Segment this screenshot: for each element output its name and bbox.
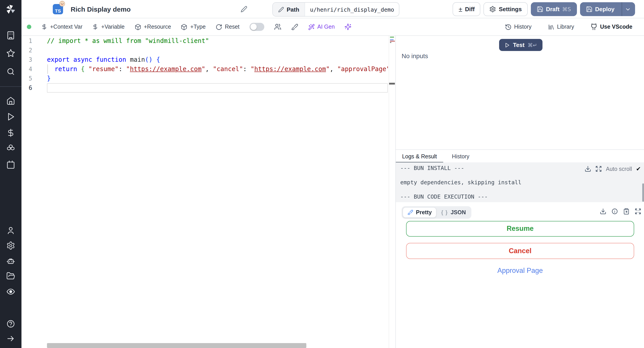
- use-vscode-button[interactable]: Use VScode: [590, 23, 632, 30]
- log-panel: --- BUN INSTALL ---empty dependencies, s…: [396, 162, 644, 202]
- line-number: 6: [22, 83, 32, 92]
- runs-icon[interactable]: [6, 112, 15, 121]
- multiplayer-toggle[interactable]: [249, 23, 264, 31]
- search-icon[interactable]: [6, 67, 15, 76]
- log-line: empty dependencies, skipping install: [400, 179, 644, 186]
- pretty-toggle[interactable]: Pretty: [402, 207, 437, 218]
- gear-icon: [490, 6, 496, 12]
- ai-gen-button[interactable]: AI Gen: [308, 24, 335, 30]
- info-icon[interactable]: [611, 208, 618, 214]
- result-panel: Pretty { } JSON Resume Cancel Approval P…: [396, 202, 644, 348]
- code-line: export async function main() {: [47, 55, 388, 64]
- minimap-mark: [390, 42, 391, 43]
- log-line: [400, 186, 644, 193]
- draft-button[interactable]: Draft ⌘S: [531, 2, 577, 16]
- deploy-button[interactable]: Deploy: [580, 2, 635, 16]
- page-title: Rich Display demo: [71, 0, 130, 18]
- line-number: 3: [22, 55, 32, 64]
- log-line: [400, 172, 644, 179]
- download-result-icon[interactable]: [600, 208, 606, 214]
- format-brush-icon[interactable]: [291, 23, 298, 30]
- workers-icon[interactable]: [6, 257, 15, 266]
- baby-emoji: [59, 0, 65, 7]
- approval-page-link[interactable]: Approval Page: [396, 266, 644, 274]
- code-line: // import * as wmill from "windmill-clie…: [47, 36, 388, 46]
- user-icon[interactable]: [6, 226, 15, 235]
- multiplayer-users-icon[interactable]: [274, 23, 281, 30]
- editor-hscrollbar[interactable]: [47, 343, 306, 348]
- download-logs-icon[interactable]: [584, 166, 591, 172]
- line-number: 5: [22, 74, 32, 83]
- diff-button[interactable]: ± Diff: [453, 2, 480, 16]
- minimap-mark: [390, 41, 395, 42]
- code-line: return { "resume": "https://example.com"…: [47, 64, 388, 74]
- brush-icon: [408, 209, 413, 215]
- expand-logs-icon[interactable]: [595, 166, 602, 172]
- library-button[interactable]: Library: [548, 24, 574, 30]
- add-context-var-button[interactable]: +Context Var: [41, 24, 82, 30]
- settings-icon[interactable]: [6, 241, 15, 250]
- sidebar: [0, 0, 22, 348]
- editor-minimap[interactable]: [389, 36, 395, 348]
- indent-guide: [47, 64, 48, 74]
- tab-history[interactable]: History: [443, 150, 478, 163]
- json-toggle[interactable]: { } JSON: [437, 207, 470, 218]
- editor-gutter: 123456: [22, 36, 47, 92]
- code-editor[interactable]: 123456 // import * as wmill from "windmi…: [22, 36, 395, 348]
- expand-result-icon[interactable]: [634, 208, 641, 214]
- play-icon: [504, 42, 510, 48]
- test-shortcut: ⌘↵: [528, 42, 537, 48]
- history-button[interactable]: History: [505, 24, 532, 30]
- result-view-toggle: Pretty { } JSON: [402, 206, 471, 218]
- save-icon: [586, 6, 592, 12]
- resources-icon[interactable]: [6, 144, 15, 153]
- draft-shortcut: ⌘S: [562, 6, 571, 12]
- editor-toolbar: +Context Var +Variable +Resource +Type R…: [22, 18, 644, 36]
- reset-button[interactable]: Reset: [216, 24, 240, 30]
- auto-scroll-label[interactable]: Auto scroll: [606, 166, 632, 172]
- minimap-mark: [390, 39, 394, 40]
- path-value: u/henri/rich_display_demo: [305, 3, 399, 16]
- log-line: --- BUN CODE EXECUTION ---: [400, 193, 644, 200]
- settings-button[interactable]: Settings: [484, 2, 528, 16]
- chevron-down-icon[interactable]: [625, 6, 631, 12]
- line-number: 1: [22, 36, 32, 46]
- language-status-dot: [27, 24, 31, 29]
- workspace-icon[interactable]: [6, 31, 15, 40]
- copy-result-icon[interactable]: [623, 208, 630, 214]
- resume-button[interactable]: Resume: [406, 221, 634, 236]
- line-number: 4: [22, 64, 32, 74]
- header: TS Rich Display demo Path u/henri/rich_d…: [22, 0, 644, 18]
- rename-pencil-icon[interactable]: [240, 6, 247, 12]
- add-variable-button[interactable]: +Variable: [92, 24, 124, 30]
- minimap-cursor-mark: [389, 83, 395, 84]
- expand-sidebar-icon[interactable]: [6, 334, 15, 343]
- result-tabs: Logs & Result History: [396, 150, 644, 162]
- folders-icon[interactable]: [6, 272, 15, 280]
- logs-icon[interactable]: [6, 287, 15, 296]
- log-scrollbar[interactable]: [642, 184, 644, 202]
- help-icon[interactable]: [6, 319, 15, 328]
- no-inputs-label: No inputs: [402, 52, 428, 60]
- sidebar-divider: [0, 86, 22, 87]
- code-line: }: [47, 74, 388, 83]
- favorites-icon[interactable]: [6, 49, 15, 58]
- tab-logs-result[interactable]: Logs & Result: [396, 150, 443, 163]
- line-number: 2: [22, 46, 32, 55]
- cancel-button[interactable]: Cancel: [406, 243, 634, 259]
- schedules-icon[interactable]: [6, 160, 15, 169]
- braces-icon: { }: [441, 210, 448, 215]
- variables-icon[interactable]: [6, 128, 15, 137]
- diff-icon: ±: [459, 6, 462, 12]
- path-pencil-icon: [278, 6, 284, 12]
- home-icon[interactable]: [6, 96, 15, 105]
- path-label: Path: [273, 3, 305, 16]
- minimap-mark: [390, 37, 394, 38]
- test-button[interactable]: Test ⌘↵: [499, 39, 542, 51]
- sparkles-icon[interactable]: [344, 23, 352, 30]
- path-editor[interactable]: Path u/henri/rich_display_demo: [272, 2, 400, 16]
- auto-scroll-check-icon[interactable]: ✔: [636, 166, 641, 172]
- add-type-button[interactable]: +Type: [181, 24, 206, 30]
- add-resource-button[interactable]: +Resource: [134, 24, 171, 30]
- windmill-logo[interactable]: [5, 4, 16, 15]
